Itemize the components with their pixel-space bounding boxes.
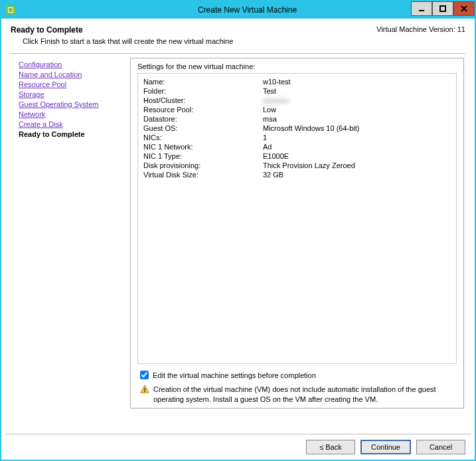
settings-row: Name:w10-test — [143, 78, 451, 86]
settings-row: NICs:1 — [143, 134, 451, 141]
titlebar: Create New Virtual Machine — [1, 1, 475, 19]
settings-row: Virtual Disk Size:32 GB — [143, 171, 451, 179]
settings-row-label: Guest OS: — [143, 124, 263, 132]
panel-heading: Settings for the new virtual machine: — [137, 62, 457, 70]
sidebar-item-ready: Ready to Complete — [19, 130, 126, 138]
warning-icon: ! — [140, 385, 149, 394]
settings-row: Resource Pool:Low — [143, 106, 451, 114]
svg-rect-4 — [440, 6, 445, 11]
footer-divider — [5, 434, 471, 434]
settings-row: Host/Cluster:xxxxxxx — [143, 96, 451, 104]
settings-row-label: NICs: — [143, 134, 263, 141]
warning-text: Creation of the virtual machine (VM) doe… — [153, 385, 457, 404]
settings-row: Disk provisioning:Thick Provision Lazy Z… — [143, 161, 451, 169]
back-button[interactable]: ≤ Back — [306, 440, 355, 454]
svg-rect-2 — [9, 8, 13, 12]
settings-row-label: NIC 1 Network: — [143, 143, 263, 151]
divider — [11, 53, 465, 54]
cancel-button[interactable]: Cancel — [416, 440, 465, 454]
settings-row: NIC 1 Network:Ad — [143, 143, 451, 151]
settings-row: Guest OS:Microsoft Windows 10 (64-bit) — [143, 124, 451, 132]
settings-row-label: Name: — [143, 78, 263, 86]
settings-row: NIC 1 Type:E1000E — [143, 152, 451, 160]
wizard-sidebar: Configuration Name and Location Resource… — [11, 58, 130, 409]
edit-settings-checkbox[interactable] — [140, 371, 149, 379]
page-subtitle: Click Finish to start a task that will c… — [23, 37, 465, 45]
settings-row-value: 1 — [263, 134, 451, 141]
sidebar-item-create-disk[interactable]: Create a Disk — [19, 120, 126, 128]
page-title: Ready to Complete — [11, 25, 83, 35]
vm-version-label: Virtual Machine Version: 11 — [376, 25, 465, 33]
sidebar-item-resource-pool[interactable]: Resource Pool — [19, 80, 126, 88]
settings-row-value: w10-test — [263, 78, 451, 86]
settings-panel: Settings for the new virtual machine: Na… — [130, 58, 464, 409]
settings-row-label: Datastore: — [143, 115, 263, 123]
sidebar-item-storage[interactable]: Storage — [19, 90, 126, 98]
svg-text:!: ! — [144, 387, 146, 393]
minimize-button[interactable] — [411, 1, 432, 16]
sidebar-item-configuration[interactable]: Configuration — [19, 60, 126, 68]
settings-row: Datastore:msa — [143, 115, 451, 123]
settings-row-value: Test — [263, 87, 451, 95]
settings-list: Name:w10-testFolder:TestHost/Cluster:xxx… — [137, 73, 457, 364]
settings-row-label: Resource Pool: — [143, 106, 263, 114]
sidebar-item-guest-os[interactable]: Guest Operating System — [19, 100, 126, 108]
settings-row-label: Host/Cluster: — [143, 96, 263, 104]
window-title: Create New Virtual Machine — [20, 5, 475, 15]
settings-row-value: Microsoft Windows 10 (64-bit) — [263, 124, 451, 132]
wizard-footer: ≤ Back Continue Cancel — [306, 440, 465, 454]
settings-row-value: xxxxxxx — [263, 96, 451, 104]
settings-row-label: Disk provisioning: — [143, 161, 263, 169]
settings-row-value: Ad — [263, 143, 451, 151]
settings-row-value: 32 GB — [263, 171, 451, 179]
settings-row: Folder:Test — [143, 87, 451, 95]
sidebar-item-name-location[interactable]: Name and Location — [19, 70, 126, 78]
close-button[interactable] — [453, 1, 475, 16]
settings-row-value: Thick Provision Lazy Zeroed — [263, 161, 451, 169]
continue-button[interactable]: Continue — [360, 440, 411, 454]
settings-row-label: NIC 1 Type: — [143, 152, 263, 160]
settings-row-label: Folder: — [143, 87, 263, 95]
settings-row-value: Low — [263, 106, 451, 114]
sidebar-item-network[interactable]: Network — [19, 110, 126, 118]
edit-settings-label[interactable]: Edit the virtual machine settings before… — [153, 371, 316, 379]
settings-row-label: Virtual Disk Size: — [143, 171, 263, 179]
vsphere-icon — [5, 5, 16, 15]
settings-row-value: E1000E — [263, 152, 451, 160]
window-controls — [411, 1, 475, 16]
maximize-button[interactable] — [432, 1, 453, 16]
settings-row-value: msa — [263, 115, 451, 123]
